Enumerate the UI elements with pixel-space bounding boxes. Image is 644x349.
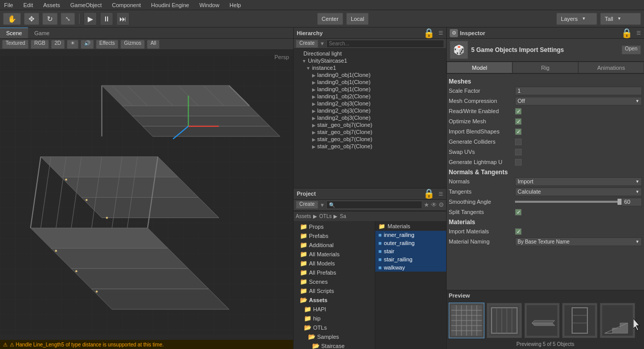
preview-thumb-1[interactable]	[449, 303, 484, 338]
tree-item-otls[interactable]: 📂OTLs	[294, 323, 375, 332]
menu-help[interactable]: Help	[227, 2, 243, 9]
tab-rig[interactable]: Rig	[512, 62, 578, 73]
scale-factor-value[interactable]: 1	[515, 87, 642, 95]
tab-game[interactable]: Game	[28, 28, 56, 38]
tab-animations[interactable]: Animations	[578, 62, 644, 73]
import-blend-checkbox[interactable]: ✓	[515, 128, 522, 135]
list-item[interactable]: ▶landing0_obj1(Clone)	[294, 78, 446, 86]
center-button[interactable]: Center	[317, 13, 343, 25]
pause-button[interactable]: ⏸	[100, 12, 113, 25]
audio-button[interactable]: 🔊	[81, 40, 94, 49]
generate-lightmap-checkbox[interactable]	[515, 159, 522, 166]
play-button[interactable]: ▶	[84, 12, 97, 25]
tree-item-staircase[interactable]: 📂Staircase	[294, 341, 375, 350]
inspector-lock-icon[interactable]: 🔒	[621, 28, 632, 39]
list-item[interactable]: ▼UnityStaircase1	[294, 57, 446, 64]
tree-item-samples[interactable]: 📂Samples	[294, 332, 375, 341]
tree-item-all-models[interactable]: 📁All Models	[294, 259, 375, 268]
preview-thumb-5[interactable]	[600, 303, 635, 338]
project-menu-icon[interactable]: ☰	[439, 191, 443, 197]
menu-gameobject[interactable]: GameObject	[68, 2, 104, 9]
material-naming-dropdown[interactable]: By Base Texture Name	[515, 237, 642, 246]
hierarchy-menu-icon[interactable]: ☰	[439, 30, 443, 36]
mesh-compression-dropdown[interactable]: Off	[515, 97, 642, 105]
tree-item-hapi[interactable]: 📁HAPI	[294, 305, 375, 314]
list-item[interactable]: ▶stair_geo_obj7(Clone)	[294, 128, 446, 136]
tab-scene[interactable]: Scene	[0, 28, 28, 38]
move-tool-button[interactable]: ✥	[24, 13, 39, 25]
list-item[interactable]: ▼instance1	[294, 64, 446, 71]
path-sa[interactable]: Sa	[340, 213, 346, 219]
inspector-open-button[interactable]: Open	[622, 45, 641, 55]
scale-tool-button[interactable]: ⤡	[61, 13, 75, 25]
path-otls[interactable]: OTLs	[319, 213, 331, 219]
tree-item-all-materials[interactable]: 📁All Materials	[294, 250, 375, 259]
import-materials-checkbox[interactable]: ✓	[515, 228, 522, 235]
project-lock-icon[interactable]: 🔒	[423, 188, 434, 199]
list-item[interactable]: ▶landing2_obj3(Clone)	[294, 100, 446, 107]
dim-button[interactable]: 2D	[51, 40, 65, 49]
read-write-checkbox[interactable]: ✓	[515, 108, 522, 115]
menu-edit[interactable]: Edit	[21, 2, 35, 9]
hand-tool-button[interactable]: ✋	[3, 13, 21, 25]
list-item[interactable]: ▶stair_geo_obj7(Clone)	[294, 136, 446, 143]
preview-thumb-2[interactable]	[486, 303, 522, 338]
shading-dropdown[interactable]: Textured	[2, 40, 29, 49]
list-item[interactable]: ▶landing2_obj3(Clone)	[294, 107, 446, 114]
optimize-mesh-checkbox[interactable]: ✓	[515, 118, 522, 125]
tall-dropdown[interactable]: Tall	[600, 13, 641, 25]
rotate-tool-button[interactable]: ↻	[42, 13, 58, 25]
list-item[interactable]: ▶landing0_obj1(Clone)	[294, 86, 446, 93]
preview-thumb-3[interactable]	[524, 303, 560, 338]
smoothing-angle-handle[interactable]	[617, 199, 622, 205]
layers-dropdown[interactable]: Layers	[556, 13, 597, 25]
project-filter-icon[interactable]: ⚙	[439, 201, 444, 208]
list-item[interactable]: ▶landing1_obj2(Clone)	[294, 93, 446, 100]
menu-file[interactable]: File	[2, 2, 15, 9]
asset-outer-railing[interactable]: ■outer_railing	[375, 239, 446, 247]
project-star-icon[interactable]: ★	[424, 201, 429, 208]
list-item[interactable]: Directional light	[294, 50, 446, 57]
tree-item-props[interactable]: 📁Props	[294, 222, 375, 231]
asset-stair-railing[interactable]: ■stair_railing	[375, 255, 446, 263]
channel-dropdown[interactable]: RGB	[31, 40, 49, 49]
menu-assets[interactable]: Assets	[41, 2, 62, 9]
asset-materials-folder[interactable]: 📁Materials	[375, 222, 446, 231]
tab-model[interactable]: Model	[447, 62, 512, 73]
path-assets[interactable]: Assets	[296, 213, 311, 219]
asset-stair[interactable]: ■stair	[375, 247, 446, 255]
menu-window[interactable]: Window	[197, 2, 221, 9]
tree-item-all-scripts[interactable]: 📁All Scripts	[294, 286, 375, 296]
generate-colliders-checkbox[interactable]	[515, 139, 522, 145]
preview-thumb-4[interactable]	[562, 303, 598, 338]
tangents-dropdown[interactable]: Calculate	[515, 187, 642, 196]
asset-inner-railing[interactable]: ■inner_railing	[375, 231, 446, 239]
project-search-input[interactable]	[326, 201, 422, 209]
split-tangents-checkbox[interactable]: ✓	[515, 209, 522, 216]
scene-canvas[interactable]: Persp	[0, 50, 293, 340]
tree-item-hip[interactable]: 📁hip	[294, 314, 375, 323]
inspector-menu-icon[interactable]: ☰	[636, 30, 641, 36]
tree-item-all-prefabs[interactable]: 📁All Prefabs	[294, 268, 375, 277]
hierarchy-lock-icon[interactable]: 🔒	[423, 28, 434, 39]
project-create-button[interactable]: Create	[296, 201, 318, 209]
gizmos-dropdown[interactable]: Gizmos	[120, 40, 145, 49]
list-item[interactable]: ▶landing2_obj3(Clone)	[294, 114, 446, 121]
menu-component[interactable]: Component	[110, 2, 143, 9]
swap-uvs-checkbox[interactable]	[515, 149, 522, 155]
tree-item-prefabs[interactable]: 📁Prefabs	[294, 231, 375, 240]
normals-dropdown[interactable]: Import	[515, 177, 642, 186]
asset-walkway[interactable]: ■walkway	[375, 263, 446, 272]
smoothing-angle-value[interactable]: 60	[622, 198, 642, 206]
project-eye-icon[interactable]: 👁	[431, 201, 437, 208]
list-item[interactable]: ▶stair_geo_obj7(Clone)	[294, 121, 446, 128]
menu-houdini-engine[interactable]: Houdini Engine	[149, 2, 191, 9]
all-button[interactable]: All	[147, 40, 160, 49]
tree-item-assets[interactable]: 📂Assets	[294, 296, 375, 305]
list-item[interactable]: ▶stair_geo_obj7(Clone)	[294, 143, 446, 150]
step-button[interactable]: ⏭	[116, 12, 130, 25]
effects-dropdown[interactable]: Effects	[96, 40, 118, 49]
tree-item-scenes[interactable]: 📁Scenes	[294, 277, 375, 286]
lighting-button[interactable]: ☀	[67, 40, 79, 49]
list-item[interactable]: ▶landing0_obj1(Clone)	[294, 71, 446, 78]
